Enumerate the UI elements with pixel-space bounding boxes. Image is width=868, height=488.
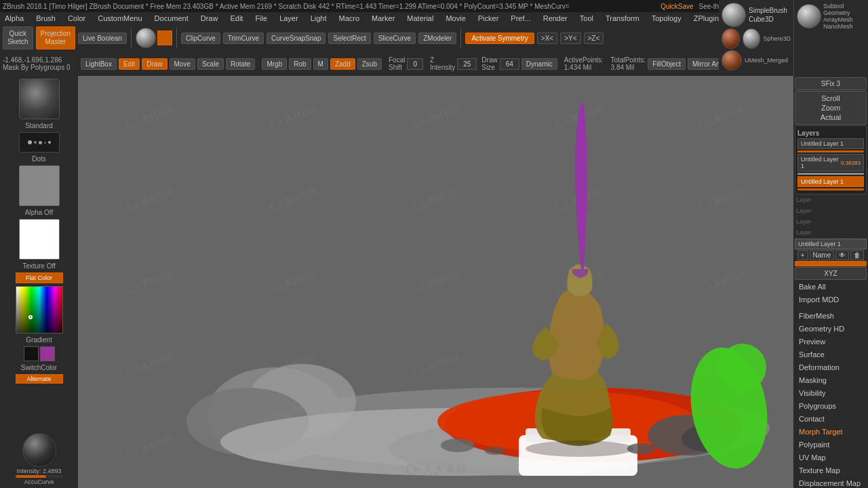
pm3d-icon[interactable] (722, 28, 740, 49)
draw-btn[interactable]: Draw (142, 58, 167, 70)
menu-document[interactable]: Document (153, 14, 191, 22)
fibermesh-item[interactable]: FiberMesh (795, 310, 867, 322)
select-rect-btn[interactable]: SelectRect (328, 33, 370, 44)
menu-edit[interactable]: Edit (228, 14, 245, 22)
menu-macro[interactable]: Macro (337, 14, 362, 22)
m-btn[interactable]: M (313, 58, 328, 70)
layer-item-2[interactable]: Untitled Layer 1 0.36283 (797, 154, 864, 171)
clip-curve-btn[interactable]: ClipCurve (181, 33, 220, 44)
zmodeler-btn[interactable]: ZModeler (418, 33, 456, 44)
menu-light[interactable]: Light (309, 14, 329, 22)
zadd-btn[interactable]: Zadd (330, 58, 355, 70)
lightbox-btn[interactable]: LightBox (81, 58, 117, 70)
menu-render[interactable]: Render (541, 14, 570, 22)
bake-all-item[interactable]: Bake All (795, 281, 867, 293)
alternate-btn[interactable]: Alternate (16, 374, 63, 384)
sfix-btn[interactable]: SFix 3 (795, 77, 867, 90)
surface-item[interactable]: Surface (795, 348, 867, 361)
geometry-hd-item[interactable]: Geometry HD (795, 323, 867, 335)
menu-tool[interactable]: Tool (578, 14, 595, 22)
flat-color-btn[interactable]: Flat Color (16, 272, 63, 283)
deformation-item[interactable]: Deformation (795, 361, 867, 373)
layer-del-btn[interactable]: 🗑 (850, 250, 864, 260)
trim-curve-btn[interactable]: TrimCurve (223, 33, 264, 44)
menu-brush[interactable]: Brush (34, 14, 58, 22)
rgb-btn[interactable]: Rob (289, 58, 311, 70)
layer-name-btn[interactable]: Name (810, 250, 835, 260)
z-intensity-control[interactable]: 25 (457, 58, 477, 70)
contact-item[interactable]: Contact (795, 413, 867, 425)
actual-btn[interactable]: Actual (821, 113, 842, 121)
projection-master-btn[interactable]: ProjectionMaster (36, 26, 75, 49)
alpha-preview[interactable] (19, 165, 60, 206)
menu-topology[interactable]: Topology (650, 14, 684, 22)
move-btn[interactable]: Move (170, 58, 195, 70)
dynamic-btn[interactable]: Dynamic (521, 58, 557, 70)
color-swatch[interactable] (16, 286, 63, 333)
zoom-btn[interactable]: Zoom (821, 104, 840, 112)
polygroups-item[interactable]: Polygroups (795, 400, 867, 412)
menu-draw[interactable]: Draw (199, 14, 220, 22)
menu-pref[interactable]: Pref... (509, 14, 532, 22)
canvas-area[interactable]: 人人素材社区 人人素材社区 人人素材社区 人人素材社区 人人素材社区 人人素材社… (78, 76, 793, 488)
quick-sketch-btn[interactable]: QuickSketch (3, 26, 33, 49)
menu-alpha[interactable]: Alpha (3, 14, 26, 22)
slice-curve-btn[interactable]: SliceCurve (374, 33, 416, 44)
dots-preview[interactable] (19, 132, 60, 152)
uv-map-item[interactable]: UV Map (795, 451, 867, 464)
purple-swatch[interactable] (40, 346, 55, 361)
menu-transform[interactable]: Transform (604, 14, 642, 22)
preview-item[interactable]: Preview (795, 336, 867, 348)
brush-preview[interactable] (19, 79, 60, 119)
color-swatch-icon[interactable] (157, 30, 172, 45)
pm3d-icon2[interactable] (722, 50, 742, 70)
draw-size-control[interactable]: 64 (500, 58, 519, 70)
simple-brush-icon[interactable] (722, 3, 746, 27)
fill-object-btn[interactable]: FillObject (648, 58, 686, 70)
menu-material[interactable]: Material (405, 14, 435, 22)
displacement-map-item[interactable]: Displacement Map (795, 477, 867, 488)
z-axis-btn[interactable]: >Z< (584, 33, 604, 44)
menu-zplugin[interactable]: ZPlugin (692, 14, 721, 22)
quicksave-btn[interactable]: QuickSave (660, 3, 693, 10)
curve-snap-btn[interactable]: CurveSnapSnap (267, 33, 326, 44)
activate-symmetry-btn[interactable]: Activate Symmetry (465, 33, 534, 44)
left-panel: Standard Dots Alpha Off Texture Off Flat… (0, 76, 78, 488)
intensity-slider[interactable] (16, 475, 63, 478)
y-axis-btn[interactable]: >Y< (560, 33, 580, 44)
layer-vis-btn[interactable]: 👁 (835, 250, 849, 260)
morph-target-item[interactable]: Morph Target (795, 426, 867, 438)
live-boolean-btn[interactable]: Live Boolean (78, 33, 127, 44)
tool-sphere-icon[interactable] (797, 4, 821, 28)
menu-layer[interactable]: Layer (277, 14, 300, 22)
layer-add-btn[interactable]: + (797, 250, 808, 260)
orange-icon-btn[interactable] (795, 261, 867, 266)
sphere3d-icon[interactable] (743, 28, 761, 49)
masking-item[interactable]: Masking (795, 374, 867, 386)
texture-map-item[interactable]: Texture Map (795, 464, 867, 476)
import-mdd-item[interactable]: Import MDD (795, 293, 867, 306)
texture-preview[interactable] (19, 219, 60, 260)
visibility-item[interactable]: Visibility (795, 387, 867, 399)
scale-btn[interactable]: Scale (197, 58, 224, 70)
xyz-btn[interactable]: XYZ (795, 267, 867, 280)
zsub-btn[interactable]: Zsub (357, 58, 382, 70)
menu-picker[interactable]: Picker (476, 14, 501, 22)
edit-btn[interactable]: Edit (119, 58, 140, 70)
polypaint-item[interactable]: Polypaint (795, 439, 867, 451)
rotate-btn[interactable]: Rotate (226, 58, 255, 70)
menu-movie[interactable]: Movie (443, 14, 467, 22)
sphere-brush-icon (136, 28, 156, 48)
menu-file[interactable]: File (253, 14, 269, 22)
layer-item-1[interactable]: Untitled Layer 1 (797, 138, 864, 149)
mrgb-btn2[interactable]: Mrgb (262, 58, 287, 70)
svg-point-15 (441, 439, 475, 452)
black-swatch[interactable] (24, 346, 39, 361)
menu-color[interactable]: Color (66, 14, 87, 22)
focal-shift-control[interactable]: 0 (407, 58, 423, 70)
x-axis-btn[interactable]: >X< (537, 33, 557, 44)
menu-custommenu[interactable]: CustomMenu (96, 14, 144, 22)
scroll-btn[interactable]: Scroll (821, 94, 840, 102)
layer-item-3[interactable]: Untitled Layer 1 (797, 176, 864, 187)
menu-marker[interactable]: Marker (370, 14, 397, 22)
